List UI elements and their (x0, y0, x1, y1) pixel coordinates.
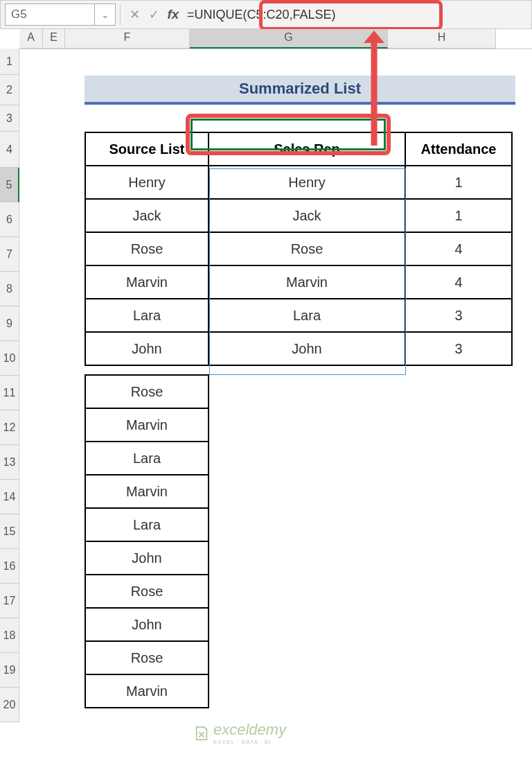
cell-salesrep[interactable]: Henry (209, 166, 405, 199)
cancel-icon[interactable]: ✕ (125, 7, 144, 22)
cell-salesrep[interactable]: Lara (209, 299, 405, 332)
row-header-19[interactable]: 19 (0, 653, 19, 688)
cell-attendance[interactable]: 1 (405, 166, 512, 199)
col-header-E[interactable]: E (43, 29, 65, 49)
row-header-15[interactable]: 15 (0, 514, 19, 549)
row-header-5[interactable]: 5 (0, 168, 19, 202)
row-header-6[interactable]: 6 (0, 202, 19, 237)
row-header-7[interactable]: 7 (0, 237, 19, 272)
table-row: Rose (85, 641, 209, 674)
table-row: Lara (85, 508, 209, 541)
cell-source[interactable]: John (85, 608, 209, 641)
enter-icon[interactable]: ✓ (144, 7, 163, 22)
cell-source[interactable]: Lara (85, 442, 209, 475)
summarized-list-title: Summarized List (85, 76, 515, 105)
cell-attendance[interactable]: 4 (405, 232, 512, 265)
row-header-1[interactable]: 1 (0, 49, 19, 75)
row-header-10[interactable]: 10 (0, 341, 19, 376)
col-header-H[interactable]: H (388, 29, 496, 49)
header-attendance[interactable]: Attendance (405, 132, 512, 166)
cell-source[interactable]: Jack (85, 199, 209, 232)
name-box-dropdown[interactable]: ⌄ (95, 3, 116, 26)
cell-salesrep[interactable]: Rose (209, 232, 405, 265)
table-row: JackJack1 (85, 199, 512, 232)
cell-source[interactable]: Marvin (85, 674, 209, 708)
row-header-20[interactable]: 20 (0, 688, 19, 722)
table-row: RoseRose4 (85, 232, 512, 265)
table-row: Rose (85, 375, 209, 408)
formula-bar: G5 ⌄ ✕ ✓ fx =UNIQUE(C5:C20,FALSE) (0, 0, 532, 29)
cell-source[interactable]: Marvin (85, 475, 209, 508)
fx-icon[interactable]: fx (163, 7, 183, 22)
cell-source[interactable]: Marvin (85, 265, 209, 299)
cell-source[interactable]: Lara (85, 508, 209, 541)
row-header-3[interactable]: 3 (0, 105, 19, 132)
row-header-16[interactable]: 16 (0, 549, 19, 584)
cell-attendance[interactable]: 3 (405, 299, 512, 332)
col-header-F[interactable]: F (65, 29, 190, 49)
cell-salesrep[interactable]: Jack (209, 199, 405, 232)
cell-source[interactable]: Henry (85, 166, 209, 199)
cell-attendance[interactable]: 1 (405, 199, 512, 232)
table-row: JohnJohn3 (85, 332, 512, 365)
watermark-brand: exceldemy (213, 721, 286, 739)
row-header-14[interactable]: 14 (0, 480, 19, 514)
col-header-G[interactable]: G (190, 29, 388, 49)
row-header-11[interactable]: 11 (0, 376, 19, 410)
table-row: Marvin (85, 475, 209, 508)
data-table: Source List Sales Rep Attendance HenryHe… (85, 132, 513, 366)
watermark-tagline: EXCEL · DATA · BI (213, 739, 286, 745)
cell-source[interactable]: Rose (85, 641, 209, 674)
row-header-2[interactable]: 2 (0, 75, 19, 105)
table-row: John (85, 541, 209, 575)
cell-source[interactable]: John (85, 332, 209, 365)
name-box[interactable]: G5 (5, 3, 95, 26)
row-header-18[interactable]: 18 (0, 618, 19, 653)
cell-source[interactable]: Rose (85, 575, 209, 608)
cell-salesrep[interactable]: Marvin (209, 265, 405, 299)
cell-source[interactable]: John (85, 541, 209, 575)
cell-source[interactable]: Rose (85, 375, 209, 408)
cell-attendance[interactable]: 3 (405, 332, 512, 365)
formula-input[interactable]: =UNIQUE(C5:C20,FALSE) (183, 5, 527, 25)
cell-source[interactable]: Rose (85, 232, 209, 265)
table-row: Marvin (85, 674, 209, 708)
column-headers: A E F G H (19, 29, 532, 49)
row-header-13[interactable]: 13 (0, 445, 19, 480)
header-source-list[interactable]: Source List (85, 132, 209, 166)
table-row: HenryHenry1 (85, 166, 512, 199)
table-row: John (85, 608, 209, 641)
header-sales-rep[interactable]: Sales Rep (209, 132, 405, 166)
excel-file-icon (194, 726, 209, 741)
col-header-A[interactable]: A (19, 29, 43, 49)
cell-source[interactable]: Marvin (85, 408, 209, 442)
table-header-row: Source List Sales Rep Attendance (85, 132, 512, 166)
table-row: Rose (85, 575, 209, 608)
table-row: Marvin (85, 408, 209, 442)
watermark-logo: exceldemy EXCEL · DATA · BI (194, 721, 286, 745)
table-row: Lara (85, 442, 209, 475)
row-headers: 1 2 3 4 5 6 7 8 9 10 11 12 13 14 15 16 1… (0, 49, 19, 757)
table-row: MarvinMarvin4 (85, 265, 512, 299)
row-header-9[interactable]: 9 (0, 306, 19, 341)
cell-salesrep[interactable]: John (209, 332, 405, 365)
cell-attendance[interactable]: 4 (405, 265, 512, 299)
table-row: LaraLara3 (85, 299, 512, 332)
row-header-12[interactable]: 12 (0, 410, 19, 445)
cell-source[interactable]: Lara (85, 299, 209, 332)
row-header-8[interactable]: 8 (0, 272, 19, 306)
row-header-4[interactable]: 4 (0, 132, 19, 168)
row-header-17[interactable]: 17 (0, 584, 19, 618)
separator (120, 4, 121, 25)
source-list-continuation: Rose Marvin Lara Marvin Lara John Rose J… (85, 374, 209, 708)
